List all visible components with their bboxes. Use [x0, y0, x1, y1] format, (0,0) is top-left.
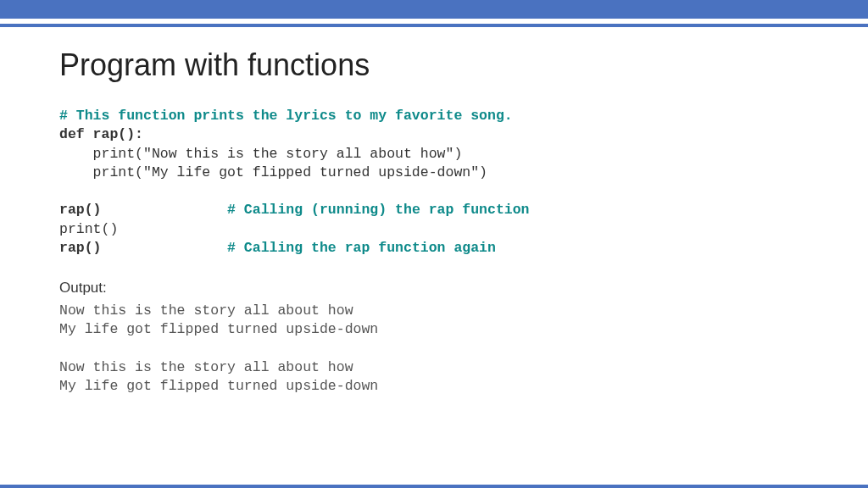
- code-call: rap(): [59, 202, 102, 218]
- code-block: # This function prints the lyrics to my …: [59, 107, 809, 258]
- code-line: print("My life got flipped turned upside…: [59, 164, 487, 180]
- output-label: Output:: [59, 280, 809, 297]
- code-comment: # Calling (running) the rap function: [102, 202, 530, 218]
- slide-bottom-line: [0, 485, 868, 488]
- slide-content: Program with functions # This function p…: [0, 27, 868, 396]
- code-line: print("Now this is the story all about h…: [59, 146, 462, 162]
- code-comment: # This function prints the lyrics to my …: [59, 108, 513, 124]
- code-def: def rap():: [59, 126, 143, 142]
- code-line: print(): [59, 221, 118, 237]
- slide-title: Program with functions: [59, 47, 809, 83]
- slide-top-bar: [0, 0, 868, 19]
- output-block: Now this is the story all about how My l…: [59, 302, 809, 396]
- code-comment: # Calling the rap function again: [102, 240, 496, 256]
- code-call: rap(): [59, 240, 102, 256]
